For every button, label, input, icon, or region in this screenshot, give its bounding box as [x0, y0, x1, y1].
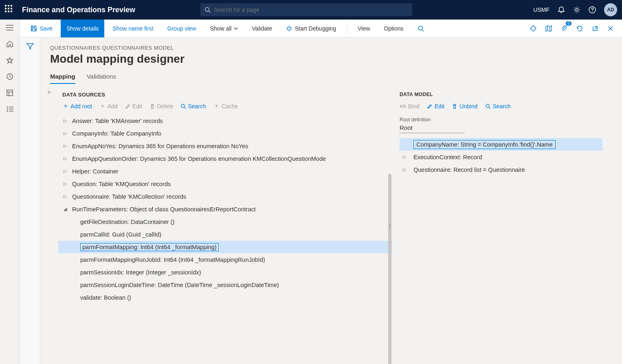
- tree-node-label: EnumAppNoYes: Dynamics 365 for Operation…: [72, 143, 248, 149]
- svg-point-22: [181, 104, 185, 107]
- settings-icon[interactable]: [573, 6, 580, 13]
- group-view-button[interactable]: Group view: [162, 20, 202, 37]
- tree-node[interactable]: ▷EnumAppNoYes: Dynamics 365 for Operatio…: [58, 140, 392, 152]
- dm-tree-node[interactable]: CompanyName: String = CompanyInfo.'find(…: [400, 138, 602, 151]
- view-label: View: [358, 25, 370, 32]
- expand-icon[interactable]: ▷: [62, 169, 68, 174]
- bind-button: Bind: [400, 103, 420, 110]
- dm-tree-node[interactable]: ▷ExecutionContext: Record: [400, 151, 602, 163]
- root-definition-value[interactable]: Root: [400, 123, 465, 133]
- recent-icon[interactable]: [6, 72, 14, 81]
- expand-icon[interactable]: ▷: [62, 156, 68, 161]
- collapse-ds-icon[interactable]: ▹: [45, 88, 53, 96]
- show-name-first-button[interactable]: Show name first: [107, 20, 159, 37]
- tree-node-label: parmSessionIdx: Integer (Integer _sessio…: [80, 269, 201, 276]
- command-bar: Save Show details Show name first Group …: [20, 20, 622, 37]
- view-menu[interactable]: View: [352, 20, 376, 37]
- home-icon[interactable]: [6, 40, 14, 48]
- tree-node-label: parmFormatMapping: Int64 (Int64 _formatM…: [80, 243, 219, 251]
- chevron-down-icon: [234, 27, 238, 30]
- svg-point-3: [589, 7, 596, 13]
- expand-icon[interactable]: ▷: [62, 143, 68, 149]
- refresh-icon[interactable]: [573, 22, 586, 35]
- popout-icon[interactable]: [589, 22, 602, 35]
- modules-icon[interactable]: [6, 105, 14, 113]
- collapse-icon[interactable]: ◢: [62, 206, 68, 212]
- tree-node-label: getFileDestination: DataContainer (): [80, 219, 174, 225]
- show-name-first-label: Show name first: [112, 25, 153, 32]
- save-button[interactable]: Save: [25, 20, 58, 37]
- search-icon: [418, 25, 424, 32]
- data-sources-title: DATA SOURCES: [62, 92, 392, 98]
- tree-child-node[interactable]: getFileDestination: DataContainer (): [58, 215, 392, 228]
- tree-node-label: ExecutionContext: Record: [413, 154, 482, 160]
- workspaces-icon[interactable]: [6, 89, 14, 97]
- options-label: Options: [384, 25, 403, 32]
- expand-icon[interactable]: ▷: [62, 194, 68, 199]
- close-icon[interactable]: [604, 22, 617, 35]
- tree-node-label: parmCallId: Guid (Guid _callId): [80, 231, 161, 238]
- data-sources-tree: ▷Answer: Table 'KMAnswer' records▷Compan…: [58, 114, 392, 304]
- expand-icon[interactable]: ▷: [62, 181, 68, 186]
- expand-icon[interactable]: ▷: [400, 167, 409, 172]
- expand-icon[interactable]: ▷: [400, 154, 409, 160]
- expand-icon[interactable]: ▷: [62, 131, 68, 136]
- tree-node[interactable]: ▷CompanyInfo: Table CompanyInfo: [58, 127, 392, 140]
- add-root-button[interactable]: ＋Add root: [62, 102, 92, 110]
- validate-button[interactable]: Validate: [246, 20, 278, 37]
- tab-validations[interactable]: Validations: [87, 73, 116, 84]
- dm-tree-node[interactable]: ▷Questionnaire: Record list = Questionna…: [400, 163, 602, 176]
- show-details-button[interactable]: Show details: [61, 20, 104, 37]
- tree-node[interactable]: ▷Answer: Table 'KMAnswer' records: [58, 114, 392, 127]
- help-icon[interactable]: [589, 6, 596, 13]
- show-all-dropdown[interactable]: Show all: [204, 20, 244, 37]
- tree-child-node[interactable]: parmSessionLoginDateTime: DateTime (Date…: [58, 278, 392, 291]
- user-avatar[interactable]: AD: [604, 3, 617, 16]
- cmdbar-search-button[interactable]: [412, 20, 430, 37]
- app-launcher-icon[interactable]: [5, 5, 15, 15]
- global-search[interactable]: [200, 3, 412, 16]
- tree-node[interactable]: ▷EnumAppQuestionOrder: Dynamics 365 for …: [58, 152, 392, 165]
- svg-line-25: [489, 107, 490, 109]
- company-code[interactable]: USMF: [533, 7, 549, 13]
- page-tabs: Mapping Validations: [50, 73, 612, 84]
- tree-node-label: Question: Table 'KMQuestion' records: [72, 181, 171, 187]
- options-menu[interactable]: Options: [378, 20, 409, 37]
- data-model-title: DATA MODEL: [400, 92, 602, 97]
- tab-mapping[interactable]: Mapping: [50, 73, 75, 84]
- unbind-button[interactable]: Unbind: [452, 103, 477, 110]
- tree-child-node[interactable]: parmFormatMappingRunJobId: Int64 (Int64 …: [58, 253, 392, 266]
- edit-dm-button[interactable]: Edit: [427, 103, 444, 110]
- er-icon[interactable]: [527, 22, 540, 35]
- expand-icon[interactable]: ▷: [62, 118, 68, 123]
- tree-child-node[interactable]: parmSessionIdx: Integer (Integer _sessio…: [58, 266, 392, 278]
- splitter-handle[interactable]: [388, 223, 391, 229]
- map-icon[interactable]: [542, 22, 555, 35]
- tree-node-label: CompanyInfo: Table CompanyInfo: [72, 130, 161, 137]
- search-ds-button[interactable]: Search: [180, 102, 206, 110]
- search-dm-button[interactable]: Search: [485, 103, 511, 110]
- svg-line-23: [184, 107, 186, 109]
- tree-node-runtime[interactable]: ◢RunTimeParameters: Object of class Ques…: [58, 203, 392, 215]
- svg-point-17: [288, 27, 291, 30]
- favorites-icon[interactable]: [6, 56, 14, 64]
- tree-node-label: parmFormatMappingRunJobId: Int64 (Int64 …: [80, 257, 265, 263]
- start-debugging-button[interactable]: Start Debugging: [280, 20, 342, 37]
- svg-point-11: [7, 107, 8, 108]
- search-icon: [204, 7, 211, 13]
- tree-child-node[interactable]: validate: Boolean (): [58, 291, 392, 304]
- tree-child-node[interactable]: parmFormatMapping: Int64 (Int64 _formatM…: [58, 241, 392, 253]
- attachments-icon[interactable]: [558, 22, 571, 35]
- vertical-scrollbar[interactable]: [388, 174, 391, 364]
- notifications-icon[interactable]: [558, 6, 565, 13]
- filter-icon[interactable]: [26, 42, 34, 364]
- debug-icon: [286, 25, 292, 32]
- tree-node[interactable]: ▷Question: Table 'KMQuestion' records: [58, 178, 392, 190]
- tree-node[interactable]: ▷Questionnaire: Table 'KMCollection' rec…: [58, 190, 392, 203]
- tree-node[interactable]: ▷Helper: Container: [58, 165, 392, 178]
- tree-child-node[interactable]: parmCallId: Guid (Guid _callId): [58, 228, 392, 241]
- hamburger-icon[interactable]: [6, 24, 14, 32]
- breadcrumb: QUESTIONNAIRES QUESTIONNAIRES MODEL: [50, 45, 612, 51]
- start-debugging-label: Start Debugging: [295, 25, 336, 32]
- global-search-input[interactable]: [214, 7, 408, 13]
